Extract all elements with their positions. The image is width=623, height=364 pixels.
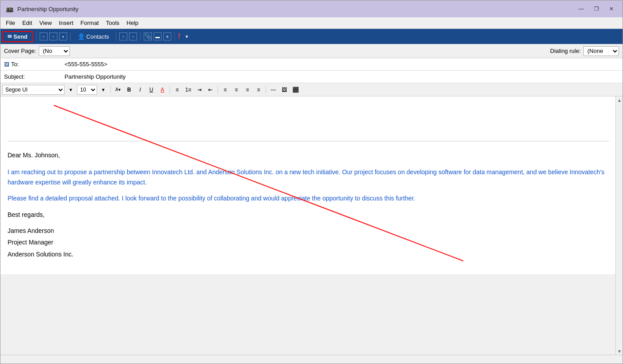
toolbar-separator-3 (116, 32, 116, 41)
toolbar-separator-4 (140, 32, 141, 41)
content-wrapper: Dear Ms. Johnson, I am reaching out to p… (0, 96, 623, 355)
send-label: Send (13, 33, 28, 40)
italic-button[interactable]: I (135, 85, 145, 95)
to-icon: 🖼 (4, 61, 9, 68)
toolbar-btn-1[interactable]: ▫ (40, 32, 48, 40)
outdent-btn[interactable]: ⇤ (206, 85, 215, 95)
toolbar-separator-2 (70, 32, 71, 41)
font-size-dropdown-btn[interactable]: ▾ (98, 85, 108, 95)
salutation-text: Dear Ms. Johnson, (8, 150, 609, 160)
numbered-list-btn[interactable]: 1≡ (183, 85, 193, 95)
menu-edit[interactable]: Edit (19, 19, 36, 27)
menu-file[interactable]: File (2, 19, 19, 27)
menu-insert[interactable]: Insert (55, 19, 77, 27)
to-label: 🖼 To: (0, 61, 63, 68)
menu-help[interactable]: Help (123, 19, 142, 27)
contacts-label: Contacts (86, 33, 109, 40)
cover-page-label: Cover Page: (4, 48, 36, 54)
toolbar-btn-7[interactable]: ≡ (163, 32, 171, 40)
insert-btn[interactable]: ⬛ (291, 85, 300, 95)
message-body[interactable]: Dear Ms. Johnson, I am reaching out to p… (0, 96, 623, 274)
align-center-btn[interactable]: ≡ (231, 85, 241, 95)
close-button[interactable]: ✕ (605, 4, 618, 14)
dialing-rule-select[interactable]: (None (583, 46, 619, 56)
contacts-button[interactable]: 👤 Contacts (74, 32, 113, 41)
dropdown-btn[interactable]: ▾ (182, 32, 192, 41)
send-icon: ✉ (8, 34, 12, 40)
scroll-down-arrow[interactable]: ▼ (616, 348, 623, 355)
bold-button[interactable]: B (124, 85, 134, 95)
toolbar-btn-2[interactable]: ▫ (49, 32, 57, 40)
align-right-btn[interactable]: ≡ (243, 85, 252, 95)
font-select[interactable]: Segoe UI (2, 85, 65, 95)
image-btn[interactable]: 🖼 (279, 85, 289, 95)
subject-label: Subject: (0, 73, 63, 80)
font-dropdown-btn[interactable]: ▾ (66, 85, 76, 95)
align-left-btn[interactable]: ≡ (220, 85, 230, 95)
toolbar-btn-6[interactable]: ▬ (154, 32, 162, 40)
send-button[interactable]: ✉ Send (2, 31, 33, 42)
exclamation-button[interactable]: ! (178, 32, 180, 40)
to-input[interactable] (63, 60, 623, 68)
closing-text: Best regards, (8, 210, 609, 220)
vertical-scrollbar[interactable]: ▲ ▼ (615, 96, 623, 355)
title-bar: 📠 Partnership Opportunity — ❐ ✕ (0, 0, 623, 17)
horizontal-rule (8, 141, 609, 141)
format-sep-1 (110, 86, 111, 94)
format-style-btn[interactable]: A▾ (113, 85, 123, 95)
font-color-btn[interactable]: A (158, 85, 167, 95)
menu-tools[interactable]: Tools (102, 19, 123, 27)
paragraph1-content: I am reaching out to propose a partnersh… (8, 168, 604, 185)
paragraph2-content: Please find a detailed proposal attached… (8, 195, 415, 202)
format-sep-3 (218, 86, 218, 94)
menu-bar: File Edit View Insert Format Tools Help (0, 17, 623, 29)
menu-view[interactable]: View (36, 19, 55, 27)
list-btn[interactable]: ≡ (172, 85, 182, 95)
font-size-select[interactable]: 10 (77, 85, 97, 95)
sender-name: James Anderson (8, 226, 609, 236)
hrule-btn[interactable]: — (268, 85, 278, 95)
format-sep-2 (170, 86, 170, 94)
subject-input[interactable] (63, 72, 623, 81)
subject-field-row: Subject: (0, 71, 623, 83)
format-sep-4 (266, 86, 266, 94)
top-spacing (8, 105, 609, 141)
toolbar-btn-5[interactable]: ▫ (129, 32, 137, 40)
maximize-button[interactable]: ❐ (590, 4, 603, 14)
indent-btn[interactable]: ⇥ (194, 85, 204, 95)
cover-page-select[interactable]: (No (39, 46, 70, 56)
minimize-button[interactable]: — (574, 4, 588, 14)
main-window: 📠 Partnership Opportunity — ❐ ✕ File Edi… (0, 0, 623, 364)
underline-button[interactable]: U (146, 85, 156, 95)
contacts-icon: 👤 (77, 33, 85, 40)
menu-format[interactable]: Format (77, 19, 102, 27)
status-bar (0, 355, 623, 364)
to-field-row: 🖼 To: (0, 58, 623, 71)
sender-title: Project Manager (8, 237, 609, 247)
toolbar-btn-3[interactable]: ▪ (59, 32, 67, 40)
paragraph2-text: Please find a detailed proposal attached… (8, 193, 609, 203)
toolbar-separator-5 (174, 32, 175, 41)
justify-btn[interactable]: ≡ (254, 85, 263, 95)
paragraph1-text: I am reaching out to propose a partnersh… (8, 167, 609, 187)
cover-page-bar: Cover Page: (No Dialing rule: (None (0, 44, 623, 58)
toolbar-btn-4[interactable]: ▫ (119, 32, 127, 40)
window-title: Partnership Opportunity (17, 6, 574, 12)
format-toolbar: Segoe UI ▾ 10 ▾ A▾ B I U A ≡ 1≡ ⇥ ⇤ ≡ ≡ … (0, 83, 623, 96)
main-toolbar: ✉ Send ▫ ▫ ▪ 👤 Contacts ▫ ▫ 📎 ▬ ≡ ! ▾ (0, 29, 623, 44)
scroll-up-arrow[interactable]: ▲ (616, 96, 623, 104)
sender-company: Anderson Solutions Inc. (8, 249, 609, 259)
toolbar-btn-attachment[interactable]: 📎 (144, 32, 152, 40)
toolbar-separator-1 (36, 32, 36, 41)
title-controls: — ❐ ✕ (574, 4, 618, 14)
dialing-rule-label: Dialing rule: (550, 48, 581, 54)
app-icon: 📠 (5, 4, 14, 13)
